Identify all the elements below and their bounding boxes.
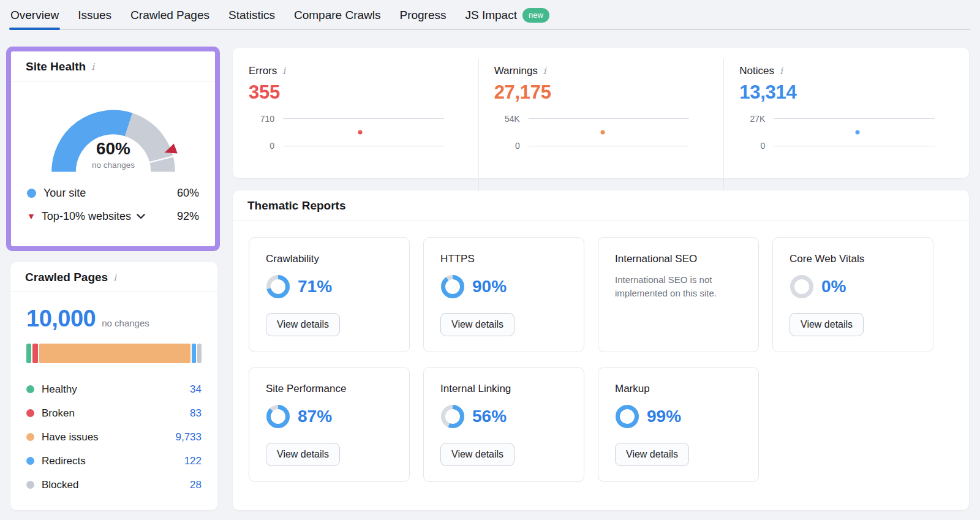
legend-value-link[interactable]: 122 [184,455,202,467]
card-title: International SEO [615,253,742,265]
legend-value-link[interactable]: 9,733 [175,431,202,443]
legend-label: Blocked [42,479,78,491]
view-details-button[interactable]: View details [440,443,514,466]
card-site-performance: Site Performance 87% View details [249,367,410,482]
card-title: Core Web Vitals [790,253,916,265]
new-badge: new [522,8,549,23]
bar-segment-blocked[interactable] [197,344,202,363]
blocked-dot-icon [26,481,34,489]
your-site-dot-icon [27,189,36,198]
metric-value[interactable]: 27,175 [494,81,706,104]
view-details-button[interactable]: View details [266,443,340,466]
bar-segment-healthy[interactable] [26,344,31,363]
card-core-web-vitals: Core Web Vitals 0% View details [772,237,933,352]
bar-segment-have-issues[interactable] [39,344,190,363]
legend-row-blocked: Blocked 28 [26,473,202,497]
have-issues-dot-icon [26,433,34,441]
legend-row-broken: Broken 83 [26,401,202,425]
info-icon[interactable]: i [91,61,94,72]
info-icon[interactable]: i [282,66,285,77]
gauge-chart: 60% no changes [36,89,190,176]
metric-errors: Errors i 355 710 0 [233,65,478,178]
spark-point [358,130,363,135]
legend-label: Broken [42,407,75,420]
site-health-title: Site Health [26,60,86,73]
spark-point [855,130,859,135]
progress-ring-icon [440,404,465,429]
view-details-button[interactable]: View details [790,313,864,336]
tab-issues[interactable]: Issues [78,0,111,30]
legend-row-your-site: Your site 60% [27,181,199,205]
bar-segment-redirects[interactable] [192,344,196,363]
progress-ring-icon [615,404,639,429]
card-international-seo: International SEO International SEO is n… [598,237,759,352]
card-percent: 56% [472,407,507,426]
legend-row-healthy: Healthy 34 [26,377,202,401]
tab-compare-crawls[interactable]: Compare Crawls [294,0,380,30]
card-percent: 90% [472,277,507,296]
axis-max-label: 27K [739,114,765,124]
legend-value-link[interactable]: 28 [190,479,202,491]
view-details-button[interactable]: View details [440,313,514,336]
legend-label: Your site [43,187,86,200]
card-percent: 99% [647,407,681,426]
card-title: Markup [615,383,742,395]
issues-summary-widget: Errors i 355 710 0 Warnings i 27,175 54K… [233,48,969,178]
card-markup: Markup 99% View details [598,367,759,482]
tab-progress[interactable]: Progress [399,0,446,30]
view-details-button[interactable]: View details [615,443,689,466]
metric-label: Warnings [494,65,538,77]
crawled-pages-change: no changes [102,318,149,328]
progress-ring-icon [790,274,814,299]
thematic-reports-widget: Thematic Reports Crawlability 71% View d… [233,190,969,510]
legend-value: 60% [177,187,199,200]
tab-label: Progress [399,9,446,22]
site-health-widget: Site Health i 60% no changes Your site 6… [11,51,215,246]
tab-crawled-pages[interactable]: Crawled Pages [130,0,209,30]
axis-min-label: 0 [249,141,274,151]
axis-min-label: 0 [494,141,520,151]
legend-label: Have issues [42,431,99,443]
axis-min-label: 0 [739,141,765,151]
legend-row-top10: ▼ Top-10% websites 92% [27,205,199,228]
legend-value-link[interactable]: 34 [190,383,202,396]
card-percent: 0% [821,277,846,296]
card-crawlability: Crawlability 71% View details [249,237,410,352]
tab-js-impact[interactable]: JS Impact new [466,0,549,30]
progress-ring-icon [440,274,465,299]
tab-statistics[interactable]: Statistics [228,0,275,30]
tab-label: Statistics [228,9,275,22]
metric-label: Errors [249,65,277,77]
info-icon[interactable]: i [780,66,783,77]
thematic-reports-title: Thematic Reports [247,199,345,213]
legend-label: Top-10% websites [42,210,131,223]
tab-label: JS Impact [466,9,517,22]
view-details-button[interactable]: View details [266,313,340,336]
card-note: International SEO is not implemented on … [615,273,742,300]
chevron-down-icon[interactable] [137,214,145,219]
axis-max-label: 710 [249,114,274,124]
metric-notices: Notices i 13,314 27K 0 [723,65,969,178]
tab-label: Compare Crawls [294,9,380,22]
spark-point [600,130,605,135]
metric-warnings: Warnings i 27,175 54K 0 [478,65,724,178]
bar-segment-broken[interactable] [32,344,38,363]
gauge-score-label: 60% [96,140,130,159]
broken-dot-icon [26,409,34,417]
tab-label: Issues [78,9,111,22]
legend-value-link[interactable]: 83 [190,407,202,420]
warnings-sparkline: 54K 0 [494,118,706,146]
card-percent: 87% [298,407,332,426]
tab-overview[interactable]: Overview [10,0,59,30]
legend-label: Healthy [42,383,77,396]
metric-value[interactable]: 355 [249,81,460,104]
legend-row-have-issues: Have issues 9,733 [26,425,202,449]
progress-ring-icon [266,404,290,429]
card-internal-linking: Internal Linking 56% View details [423,367,584,482]
notices-sparkline: 27K 0 [739,118,951,146]
metric-value[interactable]: 13,314 [739,81,951,104]
info-icon[interactable]: i [113,272,116,283]
crawled-pages-total: 10,000 [26,306,96,332]
info-icon[interactable]: i [543,66,546,77]
site-health-gauge: 60% no changes [11,81,215,176]
